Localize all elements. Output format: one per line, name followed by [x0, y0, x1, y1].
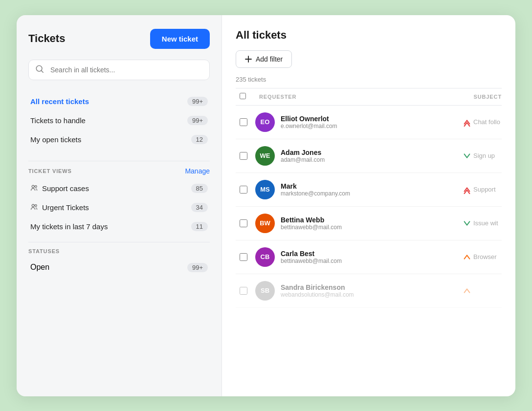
status-label-open: Open [30, 263, 49, 272]
view-badge-urgent: 34 [191, 203, 208, 212]
ticket-priority-5 [463, 286, 502, 295]
ticket-subject-0: Chat follo [473, 118, 500, 126]
view-item-urgent[interactable]: Urgent Tickets 34 [28, 198, 210, 217]
svg-point-4 [32, 204, 34, 207]
table-row[interactable]: MS Mark markstone@company.com Support [236, 173, 502, 207]
all-tickets-title: All tickets [236, 29, 502, 42]
select-all-checkbox[interactable] [240, 93, 246, 99]
svg-point-3 [35, 185, 37, 187]
ticket-views-list: Support cases 85 Urgent Tickets [28, 179, 210, 236]
row-checkbox-0 [240, 118, 255, 126]
ticket-email-1: adam@mail.com [281, 156, 463, 163]
view-item-support-cases[interactable]: Support cases 85 [28, 179, 210, 198]
search-container [28, 60, 210, 80]
nav-list: All recent tickets 99+ Tickets to handle… [28, 92, 210, 149]
ticket-priority-0: Chat follo [463, 118, 502, 127]
table-row[interactable]: SB Sandra Birickenson webandsolutions@ma… [236, 274, 502, 308]
nav-label-all-recent: All recent tickets [30, 97, 89, 106]
people-icon-support [30, 184, 38, 193]
ticket-avatar-5: SB [255, 281, 275, 301]
row-checkbox-4 [240, 253, 255, 261]
ticket-email-4: bettinawebb@mail.com [281, 258, 463, 264]
ticket-views-section-header: TICKET VIEWS Manage [28, 167, 210, 175]
ticket-avatar-0: EO [255, 112, 275, 132]
left-header: Tickets New ticket [28, 29, 210, 49]
ticket-checkbox-5[interactable] [240, 287, 247, 295]
ticket-priority-4: Browser [463, 253, 502, 261]
ticket-avatar-3: BW [255, 214, 275, 233]
ticket-priority-3: Issue wit [463, 219, 502, 228]
ticket-email-0: e.ownerlot@mail.com [281, 123, 463, 130]
header-requester: REQUESTER [255, 94, 443, 100]
ticket-email-2: markstone@company.com [281, 190, 463, 197]
ticket-avatar-4: CB [255, 247, 275, 267]
left-panel: Tickets New ticket All recent tickets 99… [17, 15, 222, 396]
ticket-checkbox-2[interactable] [240, 186, 247, 194]
ticket-name-4: Carla Best [281, 250, 463, 258]
nav-badge-all-recent: 99+ [187, 97, 208, 106]
ticket-subject-3: Issue wit [473, 219, 498, 227]
ticket-avatar-1: WE [255, 146, 275, 166]
svg-point-2 [32, 185, 34, 188]
divider-2 [28, 242, 210, 242]
tickets-list: EO Elliot Ownerlot e.ownerlot@mail.com C… [236, 106, 502, 308]
ticket-checkbox-3[interactable] [240, 219, 247, 227]
ticket-subject-1: Sign up [473, 152, 495, 159]
nav-item-all-recent[interactable]: All recent tickets 99+ [28, 92, 210, 111]
table-row[interactable]: EO Elliot Ownerlot e.ownerlot@mail.com C… [236, 106, 502, 139]
divider-1 [28, 161, 210, 161]
status-item-open[interactable]: Open 99+ [28, 258, 210, 277]
table-row[interactable]: WE Adam Jones adam@mail.com Sign up [236, 139, 502, 173]
ticket-name-0: Elliot Ownerlot [281, 115, 463, 123]
nav-item-to-handle[interactable]: Tickets to handle 99+ [28, 111, 210, 130]
add-filter-label: Add filter [256, 55, 283, 63]
ticket-checkbox-1[interactable] [240, 152, 247, 160]
ticket-views-title: TICKET VIEWS [28, 168, 72, 174]
ticket-name-3: Bettina Webb [281, 216, 463, 224]
ticket-checkbox-4[interactable] [240, 253, 247, 261]
search-input[interactable] [28, 60, 210, 80]
ticket-name-5: Sandra Birickenson [281, 283, 463, 291]
status-badge-open: 99+ [187, 263, 208, 272]
ticket-priority-1: Sign up [463, 151, 502, 160]
nav-badge-my-open: 12 [191, 135, 208, 144]
ticket-name-1: Adam Jones [281, 149, 463, 156]
ticket-info-1: Adam Jones adam@mail.com [281, 149, 463, 163]
view-label-last7days: My tickets in last 7 days [30, 222, 108, 231]
statuses-section-header: STATUSES [28, 248, 210, 254]
ticket-priority-2: Support [463, 185, 502, 194]
new-ticket-button[interactable]: New ticket [150, 29, 210, 49]
statuses-title: STATUSES [28, 248, 60, 254]
ticket-email-3: bettinawebb@mail.com [281, 224, 463, 231]
right-panel: All tickets Add filter 235 tickets REQUE… [222, 15, 515, 396]
view-badge-last7days: 11 [191, 222, 208, 231]
ticket-info-2: Mark markstone@company.com [281, 182, 463, 197]
nav-label-to-handle: Tickets to handle [30, 116, 86, 125]
nav-item-my-open[interactable]: My open tickets 12 [28, 130, 210, 149]
ticket-name-2: Mark [281, 182, 463, 190]
header-checkbox-cell [240, 92, 255, 101]
manage-link[interactable]: Manage [185, 167, 210, 175]
row-checkbox-5 [240, 287, 255, 295]
nav-badge-to-handle: 99+ [187, 116, 208, 125]
ticket-info-0: Elliot Ownerlot e.ownerlot@mail.com [281, 115, 463, 130]
table-header: REQUESTER SUBJECT [236, 88, 502, 106]
view-label-support-cases: Support cases [42, 184, 89, 193]
view-item-last7days[interactable]: My tickets in last 7 days 11 [28, 217, 210, 236]
add-filter-button[interactable]: Add filter [236, 50, 292, 68]
row-checkbox-3 [240, 219, 255, 227]
view-label-urgent: Urgent Tickets [42, 203, 89, 212]
table-row[interactable]: BW Bettina Webb bettinawebb@mail.com Iss… [236, 207, 502, 240]
svg-point-5 [35, 204, 37, 206]
table-row[interactable]: CB Carla Best bettinawebb@mail.com Brows… [236, 240, 502, 274]
tickets-count: 235 tickets [236, 76, 502, 83]
ticket-info-5: Sandra Birickenson webandsolutions@mail.… [281, 283, 463, 298]
view-badge-support-cases: 85 [191, 184, 208, 193]
header-subject: SUBJECT [443, 94, 502, 100]
row-checkbox-1 [240, 152, 255, 160]
ticket-checkbox-0[interactable] [240, 118, 247, 126]
ticket-subject-4: Browser [473, 253, 497, 260]
ticket-subject-2: Support [473, 186, 496, 193]
search-icon [35, 65, 44, 75]
ticket-email-5: webandsolutions@mail.com [281, 291, 463, 298]
